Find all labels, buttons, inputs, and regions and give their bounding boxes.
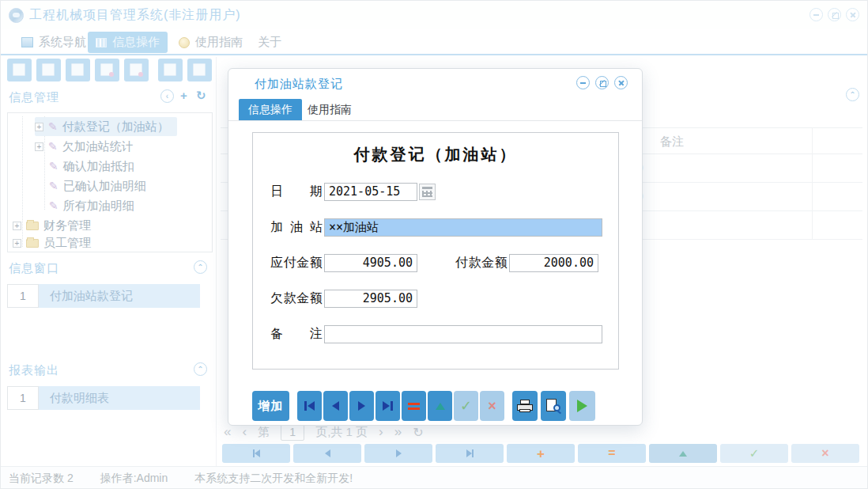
expand-icon[interactable]: + [35, 142, 43, 151]
date-input[interactable] [324, 183, 417, 201]
date-label: 日期 [270, 184, 323, 200]
record-count-label: 当前记录数 2 [9, 472, 74, 486]
tree-item-label: 已确认加油明细 [63, 179, 146, 194]
tree-item-payment-register[interactable]: + ✎ 付款登记（加油站） [35, 117, 177, 136]
form-title: 付款登记（加油站） [253, 144, 618, 165]
prev-record-button[interactable] [323, 391, 348, 421]
user-computer-tool-button[interactable] [95, 59, 119, 82]
dialog-tab-user-guide[interactable]: 使用指南 [298, 99, 361, 120]
maximize-icon[interactable] [828, 8, 841, 21]
report-row[interactable]: 1 付款明细表 [7, 386, 200, 410]
print-preview-button[interactable] [541, 391, 566, 421]
app-logo-icon [9, 8, 24, 23]
delete-record-button[interactable] [402, 391, 426, 421]
refresh-page-icon[interactable]: ↻ [413, 425, 423, 440]
prev-icon [332, 401, 339, 411]
tree-item-arrears-stats[interactable]: + ✎ 欠加油站统计 [35, 137, 134, 156]
info-mgmt-panel-title: 信息管理 [9, 90, 59, 105]
row-label: 付加油站款登记 [39, 284, 200, 308]
payment-input[interactable] [509, 254, 598, 272]
expand-icon[interactable]: + [35, 123, 43, 131]
arrears-input[interactable] [324, 290, 417, 308]
collapse-left-icon[interactable]: ‹ [160, 89, 174, 103]
triangle-up-icon [679, 451, 687, 457]
tab-label: 使用指南 [195, 35, 243, 50]
record-edit-button[interactable] [649, 444, 717, 463]
amounts-row: 应付金额 付款金额 [270, 253, 598, 272]
tree-item-label: 员工管理 [43, 236, 91, 251]
square-icon [21, 37, 33, 47]
first-page-icon[interactable]: « [224, 424, 231, 440]
first-icon [308, 401, 315, 411]
remark-label: 备注 [270, 326, 323, 343]
confirm-button[interactable]: ✓ [454, 391, 478, 421]
dialog-close-icon[interactable] [614, 76, 628, 89]
document-add-tool-button[interactable] [158, 59, 183, 82]
tree-item-staff-mgmt[interactable]: + 员工管理 [13, 233, 91, 252]
date-row: 日期 [270, 182, 436, 201]
page-suffix-label: 页,共 1 页 [315, 425, 368, 440]
payable-input[interactable] [324, 254, 417, 272]
record-add-button[interactable]: + [507, 444, 575, 463]
record-confirm-button[interactable]: ✓ [720, 444, 788, 463]
clock-icon [179, 37, 190, 48]
refresh-tree-icon[interactable]: ↻ [196, 89, 206, 103]
tab-info-operation[interactable]: 信息操作 [88, 32, 168, 53]
run-button[interactable] [569, 391, 595, 421]
record-cancel-button[interactable]: × [791, 444, 859, 463]
prev-page-icon[interactable]: ‹ [242, 424, 247, 440]
tab-about[interactable]: 关于 [250, 32, 289, 53]
folder-icon [26, 239, 39, 248]
printer-tool-button[interactable] [187, 59, 212, 82]
search-tool-button[interactable] [7, 59, 32, 82]
dialog-title: 付加油站款登记 [255, 77, 343, 92]
tree-item-confirm-deduction[interactable]: ✎ 确认加油抵扣 [49, 157, 134, 176]
first-record-button[interactable] [297, 391, 322, 421]
tree-item-confirmed-detail[interactable]: ✎ 已确认加油明细 [49, 176, 146, 195]
main-collapse-up-icon[interactable]: ⌃ [846, 88, 859, 101]
dialog-tab-info-operation[interactable]: 信息操作 [239, 99, 302, 120]
calendar-icon[interactable] [419, 184, 436, 200]
record-last-button[interactable] [436, 444, 504, 463]
record-nav-bar: + = ✓ × [222, 444, 864, 464]
expand-icon[interactable]: + [13, 239, 21, 248]
tree-item-all-detail[interactable]: ✎ 所有加油明细 [49, 196, 134, 215]
tab-user-guide[interactable]: 使用指南 [171, 32, 251, 53]
payment-form: 付款登记（加油站） 日期 加油站 应付金额 付款金额 欠款金额 备注 [252, 132, 619, 370]
page-number-input[interactable] [281, 424, 304, 441]
table-tool-button[interactable] [36, 59, 61, 82]
document-tool-button[interactable] [66, 59, 90, 82]
tree-item-finance-mgmt[interactable]: + 财务管理 [13, 216, 91, 235]
next-record-button[interactable] [349, 391, 374, 421]
last-page-icon[interactable]: » [394, 424, 402, 440]
dialog-minimize-icon[interactable] [576, 76, 590, 89]
collapse-up-icon[interactable]: ⌃ [194, 260, 207, 274]
record-first-button[interactable] [222, 444, 290, 463]
print-button[interactable] [512, 391, 538, 421]
record-next-button[interactable] [364, 444, 432, 463]
first-icon [255, 449, 260, 457]
minimize-icon[interactable] [810, 8, 823, 21]
tab-system-nav[interactable]: 系统导航 [13, 32, 94, 53]
record-delete-button[interactable]: = [578, 444, 646, 463]
add-node-icon[interactable]: + [180, 89, 187, 102]
edit-record-button[interactable] [428, 391, 452, 421]
record-prev-button[interactable] [293, 444, 361, 463]
collapse-up-icon[interactable]: ⌃ [194, 362, 207, 376]
expand-icon[interactable]: + [13, 222, 21, 230]
dialog-restore-icon[interactable] [595, 76, 609, 89]
pencil-icon: ✎ [48, 140, 58, 153]
station-label: 加油站 [270, 219, 323, 236]
station-input[interactable] [324, 218, 602, 237]
last-record-button[interactable] [376, 391, 400, 421]
status-message: 本系统支持二次开发和全新开发! [194, 472, 353, 486]
info-window-row[interactable]: 1 付加油站款登记 [7, 284, 200, 308]
next-page-icon[interactable]: › [379, 424, 383, 440]
equals-icon: = [608, 447, 615, 460]
remark-input[interactable] [324, 325, 602, 343]
window-tool-button[interactable] [124, 59, 149, 82]
add-button[interactable]: 增加 [252, 391, 289, 421]
tree-item-label: 欠加油站统计 [62, 139, 134, 154]
cancel-button[interactable]: × [480, 391, 504, 421]
close-icon[interactable] [846, 8, 859, 21]
